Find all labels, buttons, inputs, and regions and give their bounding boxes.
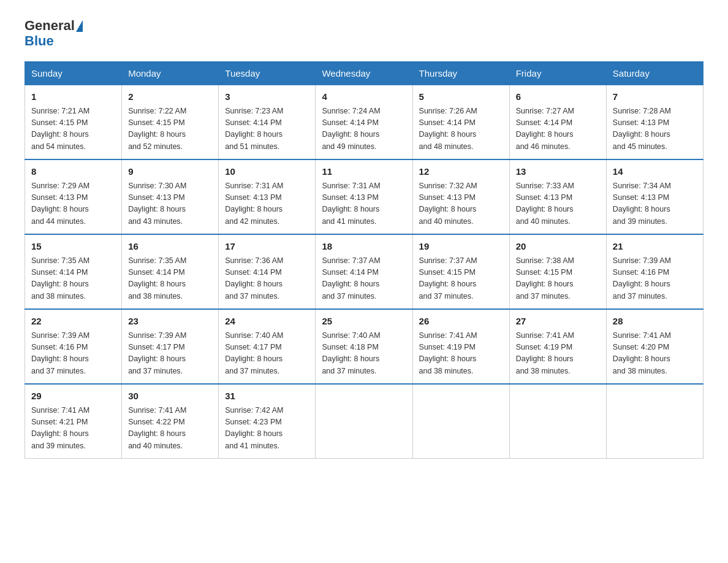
day-number: 11 [322,165,406,179]
calendar-cell: 7Sunrise: 7:28 AMSunset: 4:13 PMDaylight… [606,85,703,160]
weekday-header-wednesday: Wednesday [316,62,412,85]
day-info: Sunrise: 7:35 AMSunset: 4:14 PMDaylight:… [31,255,115,303]
day-number: 23 [128,315,212,329]
calendar-cell [509,384,606,459]
weekday-header-monday: Monday [122,62,219,85]
day-info: Sunrise: 7:22 AMSunset: 4:15 PMDaylight:… [128,105,212,153]
day-number: 19 [419,240,503,254]
day-number: 27 [516,315,600,329]
day-number: 1 [31,90,115,104]
calendar-cell: 18Sunrise: 7:37 AMSunset: 4:14 PMDayligh… [316,234,412,309]
day-number: 4 [322,90,406,104]
day-number: 2 [128,90,212,104]
calendar-cell: 19Sunrise: 7:37 AMSunset: 4:15 PMDayligh… [412,234,509,309]
calendar-cell: 11Sunrise: 7:31 AMSunset: 4:13 PMDayligh… [316,159,412,234]
calendar-cell: 16Sunrise: 7:35 AMSunset: 4:14 PMDayligh… [122,234,219,309]
day-number: 10 [225,165,309,179]
day-info: Sunrise: 7:41 AMSunset: 4:20 PMDaylight:… [613,330,697,378]
calendar-cell: 3Sunrise: 7:23 AMSunset: 4:14 PMDaylight… [219,85,316,160]
calendar-cell: 29Sunrise: 7:41 AMSunset: 4:21 PMDayligh… [25,384,122,459]
logo-text-general: General [25,18,75,33]
calendar-cell: 9Sunrise: 7:30 AMSunset: 4:13 PMDaylight… [122,159,219,234]
calendar-cell: 2Sunrise: 7:22 AMSunset: 4:15 PMDaylight… [122,85,219,160]
calendar-cell: 13Sunrise: 7:33 AMSunset: 4:13 PMDayligh… [509,159,606,234]
calendar-cell: 20Sunrise: 7:38 AMSunset: 4:15 PMDayligh… [509,234,606,309]
day-info: Sunrise: 7:39 AMSunset: 4:17 PMDaylight:… [128,330,212,378]
day-number: 21 [613,240,697,254]
day-number: 22 [31,315,115,329]
calendar-cell: 30Sunrise: 7:41 AMSunset: 4:22 PMDayligh… [122,384,219,459]
day-info: Sunrise: 7:33 AMSunset: 4:13 PMDaylight:… [516,180,600,228]
day-info: Sunrise: 7:41 AMSunset: 4:22 PMDaylight:… [128,405,212,453]
day-info: Sunrise: 7:28 AMSunset: 4:13 PMDaylight:… [613,105,697,153]
day-number: 18 [322,240,406,254]
logo-blue-text: Blue [25,33,54,48]
day-info: Sunrise: 7:36 AMSunset: 4:14 PMDaylight:… [225,255,309,303]
day-number: 5 [419,90,503,104]
day-info: Sunrise: 7:34 AMSunset: 4:13 PMDaylight:… [613,180,697,228]
calendar-week-row: 8Sunrise: 7:29 AMSunset: 4:13 PMDaylight… [25,159,703,234]
day-info: Sunrise: 7:23 AMSunset: 4:14 PMDaylight:… [225,105,309,153]
calendar-cell: 23Sunrise: 7:39 AMSunset: 4:17 PMDayligh… [122,309,219,384]
day-info: Sunrise: 7:21 AMSunset: 4:15 PMDaylight:… [31,105,115,153]
calendar-cell: 1Sunrise: 7:21 AMSunset: 4:15 PMDaylight… [25,85,122,160]
weekday-header-friday: Friday [509,62,606,85]
calendar-cell: 28Sunrise: 7:41 AMSunset: 4:20 PMDayligh… [606,309,703,384]
day-info: Sunrise: 7:37 AMSunset: 4:14 PMDaylight:… [322,255,406,303]
weekday-header-tuesday: Tuesday [219,62,316,85]
day-info: Sunrise: 7:35 AMSunset: 4:14 PMDaylight:… [128,255,212,303]
calendar-cell: 21Sunrise: 7:39 AMSunset: 4:16 PMDayligh… [606,234,703,309]
calendar-cell: 5Sunrise: 7:26 AMSunset: 4:14 PMDaylight… [412,85,509,160]
day-info: Sunrise: 7:31 AMSunset: 4:13 PMDaylight:… [322,180,406,228]
calendar-cell: 10Sunrise: 7:31 AMSunset: 4:13 PMDayligh… [219,159,316,234]
logo-arrow-icon [76,20,83,32]
day-number: 31 [225,389,309,404]
calendar-week-row: 1Sunrise: 7:21 AMSunset: 4:15 PMDaylight… [25,85,703,160]
calendar-cell: 14Sunrise: 7:34 AMSunset: 4:13 PMDayligh… [606,159,703,234]
day-number: 3 [225,90,309,104]
calendar-table: SundayMondayTuesdayWednesdayThursdayFrid… [25,61,703,459]
day-info: Sunrise: 7:29 AMSunset: 4:13 PMDaylight:… [31,180,115,228]
day-number: 26 [419,315,503,329]
day-info: Sunrise: 7:40 AMSunset: 4:18 PMDaylight:… [322,330,406,378]
calendar-cell: 27Sunrise: 7:41 AMSunset: 4:19 PMDayligh… [509,309,606,384]
calendar-cell: 17Sunrise: 7:36 AMSunset: 4:14 PMDayligh… [219,234,316,309]
day-info: Sunrise: 7:30 AMSunset: 4:13 PMDaylight:… [128,180,212,228]
day-info: Sunrise: 7:31 AMSunset: 4:13 PMDaylight:… [225,180,309,228]
day-number: 12 [419,165,503,179]
day-info: Sunrise: 7:32 AMSunset: 4:13 PMDaylight:… [419,180,503,228]
day-number: 25 [322,315,406,329]
day-info: Sunrise: 7:41 AMSunset: 4:21 PMDaylight:… [31,405,115,453]
day-number: 14 [613,165,697,179]
day-info: Sunrise: 7:37 AMSunset: 4:15 PMDaylight:… [419,255,503,303]
calendar-cell: 25Sunrise: 7:40 AMSunset: 4:18 PMDayligh… [316,309,412,384]
weekday-header-thursday: Thursday [412,62,509,85]
day-number: 29 [31,389,115,404]
day-number: 7 [613,90,697,104]
day-info: Sunrise: 7:40 AMSunset: 4:17 PMDaylight:… [225,330,309,378]
day-number: 9 [128,165,212,179]
calendar-cell: 12Sunrise: 7:32 AMSunset: 4:13 PMDayligh… [412,159,509,234]
day-info: Sunrise: 7:27 AMSunset: 4:14 PMDaylight:… [516,105,600,153]
day-number: 16 [128,240,212,254]
day-info: Sunrise: 7:42 AMSunset: 4:23 PMDaylight:… [225,405,309,453]
day-number: 17 [225,240,309,254]
calendar-cell: 6Sunrise: 7:27 AMSunset: 4:14 PMDaylight… [509,85,606,160]
page-header: General Blue [25,18,703,49]
day-info: Sunrise: 7:41 AMSunset: 4:19 PMDaylight:… [419,330,503,378]
day-number: 13 [516,165,600,179]
calendar-cell [606,384,703,459]
day-info: Sunrise: 7:26 AMSunset: 4:14 PMDaylight:… [419,105,503,153]
calendar-cell: 31Sunrise: 7:42 AMSunset: 4:23 PMDayligh… [219,384,316,459]
day-number: 28 [613,315,697,329]
day-number: 8 [31,165,115,179]
day-number: 15 [31,240,115,254]
day-info: Sunrise: 7:39 AMSunset: 4:16 PMDaylight:… [613,255,697,303]
calendar-cell: 8Sunrise: 7:29 AMSunset: 4:13 PMDaylight… [25,159,122,234]
weekday-header-sunday: Sunday [25,62,122,85]
calendar-cell: 24Sunrise: 7:40 AMSunset: 4:17 PMDayligh… [219,309,316,384]
calendar-week-row: 22Sunrise: 7:39 AMSunset: 4:16 PMDayligh… [25,309,703,384]
day-info: Sunrise: 7:24 AMSunset: 4:14 PMDaylight:… [322,105,406,153]
calendar-cell [316,384,412,459]
logo: General Blue [25,18,83,49]
